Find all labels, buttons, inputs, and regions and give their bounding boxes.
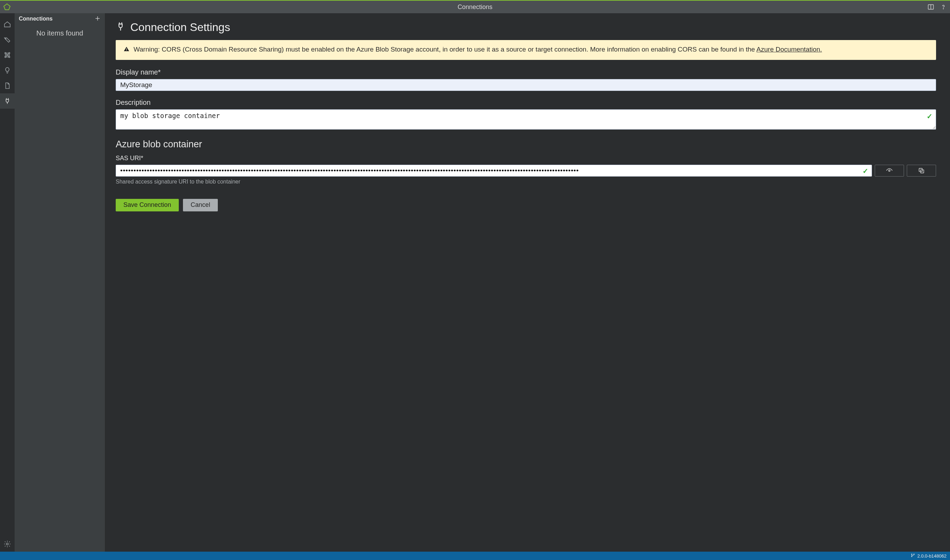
provider-section-title: Azure blob container bbox=[116, 139, 936, 150]
side-panel-empty-text: No items found bbox=[36, 29, 83, 552]
nav-tags-icon[interactable] bbox=[0, 32, 15, 48]
window-title: Connections bbox=[458, 3, 492, 11]
nav-settings-icon[interactable] bbox=[0, 536, 15, 552]
page-title: Connection Settings bbox=[130, 21, 230, 34]
azure-documentation-link[interactable]: Azure Documentation. bbox=[757, 46, 822, 53]
git-branch-icon bbox=[911, 553, 915, 558]
statusbar: 2.0.0-b148062 bbox=[0, 552, 950, 560]
save-connection-button[interactable]: Save Connection bbox=[116, 199, 179, 211]
svg-point-7 bbox=[9, 57, 10, 58]
add-connection-button[interactable] bbox=[94, 15, 101, 23]
svg-point-18 bbox=[911, 556, 912, 557]
svg-point-6 bbox=[5, 57, 6, 58]
nav-home-icon[interactable] bbox=[0, 17, 15, 32]
panel-toggle-icon[interactable] bbox=[927, 3, 935, 11]
nav-connections-icon[interactable] bbox=[0, 93, 15, 109]
svg-point-5 bbox=[9, 52, 10, 54]
plug-icon bbox=[116, 22, 125, 33]
valid-check-icon: ✓ bbox=[927, 112, 933, 120]
side-panel-title: Connections bbox=[19, 16, 52, 22]
display-name-input[interactable] bbox=[116, 79, 936, 91]
svg-rect-12 bbox=[126, 48, 127, 50]
reveal-secret-button[interactable] bbox=[875, 165, 904, 177]
description-input[interactable] bbox=[116, 109, 936, 129]
svg-point-9 bbox=[6, 543, 8, 545]
nav-network-icon[interactable] bbox=[0, 48, 15, 63]
display-name-label: Display name* bbox=[116, 68, 936, 76]
valid-check-icon: ✓ bbox=[862, 167, 868, 175]
alert-text: Warning: CORS (Cross Domain Resource Sha… bbox=[133, 46, 756, 53]
cors-warning-alert: Warning: CORS (Cross Domain Resource Sha… bbox=[116, 40, 936, 60]
nav-ideas-icon[interactable] bbox=[0, 63, 15, 78]
svg-point-19 bbox=[914, 554, 915, 554]
svg-point-14 bbox=[889, 170, 890, 171]
nav-document-icon[interactable] bbox=[0, 78, 15, 93]
description-label: Description bbox=[116, 98, 936, 106]
content-area: Connection Settings Warning: CORS (Cross… bbox=[105, 13, 950, 552]
sas-uri-input[interactable] bbox=[116, 165, 872, 177]
cancel-button[interactable]: Cancel bbox=[183, 199, 218, 211]
activitybar bbox=[0, 13, 15, 552]
svg-point-17 bbox=[911, 554, 912, 554]
help-icon[interactable] bbox=[939, 3, 947, 11]
svg-point-3 bbox=[6, 38, 6, 39]
app-logo-icon bbox=[3, 3, 11, 11]
copy-secret-button[interactable] bbox=[907, 165, 936, 177]
svg-point-4 bbox=[5, 52, 6, 54]
sas-uri-label: SAS URI* bbox=[116, 155, 936, 162]
version-text: 2.0.0-b148062 bbox=[917, 553, 947, 558]
side-panel: Connections No items found bbox=[15, 13, 105, 552]
titlebar: Connections bbox=[0, 0, 950, 13]
warning-icon bbox=[123, 46, 130, 55]
svg-rect-13 bbox=[126, 50, 127, 51]
sas-uri-help-text: Shared access signature URI to the blob … bbox=[116, 178, 936, 185]
